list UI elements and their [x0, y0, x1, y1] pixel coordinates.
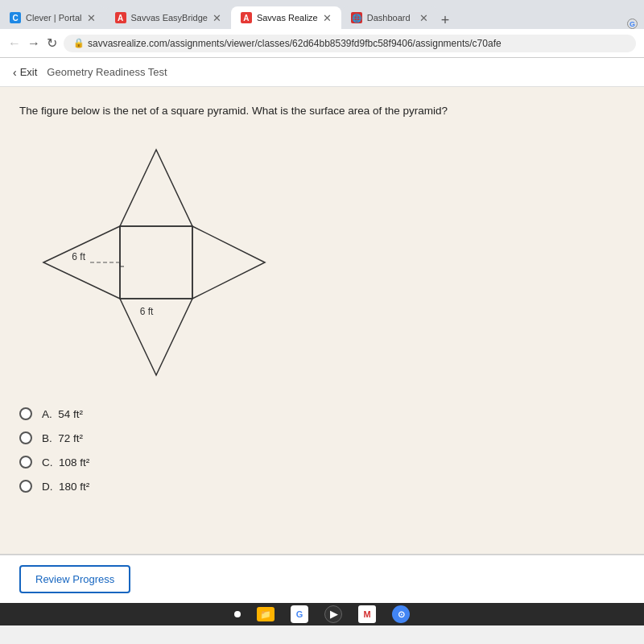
- pyramid-net-figure: 6 ft 6 ft: [27, 134, 277, 391]
- tab-favicon-easy: A: [115, 12, 126, 23]
- answer-option-a[interactable]: A. 54 ft²: [19, 407, 625, 420]
- svg-text:6 ft: 6 ft: [140, 306, 154, 317]
- tab-favicon-clever: C: [10, 12, 21, 23]
- back-button[interactable]: ←: [8, 36, 21, 51]
- svg-marker-3: [43, 226, 120, 299]
- answer-label-c: C. 108 ft²: [42, 456, 89, 469]
- tab-close-clever[interactable]: ✕: [87, 12, 96, 24]
- answer-option-d[interactable]: D. 180 ft²: [19, 480, 625, 493]
- svg-marker-2: [120, 299, 192, 375]
- page-header: ‹ Exit Geometry Readiness Test: [0, 58, 644, 87]
- tab-label-realize: Savvas Realize: [257, 13, 318, 23]
- tab-savvas-easy[interactable]: A Savvas EasyBridge ✕: [105, 6, 231, 29]
- url-text: savvasrealize.com/assignments/viewer/cla…: [88, 38, 502, 49]
- exit-link[interactable]: ‹ Exit: [13, 66, 37, 79]
- url-box[interactable]: 🔒 savvasrealize.com/assignments/viewer/c…: [64, 35, 636, 52]
- tab-close-easy[interactable]: ✕: [213, 12, 221, 24]
- browser-chrome: C Clever | Portal ✕ A Savvas EasyBridge …: [0, 0, 644, 58]
- back-arrow-icon: ‹: [13, 66, 17, 79]
- tab-label-easy: Savvas EasyBridge: [131, 13, 208, 23]
- radio-a[interactable]: [19, 407, 32, 420]
- forward-button[interactable]: →: [27, 36, 40, 51]
- tab-close-realize[interactable]: ✕: [323, 12, 332, 24]
- svg-text:6 ft: 6 ft: [72, 251, 85, 262]
- reload-button[interactable]: ↻: [47, 35, 57, 51]
- answer-label-b: B. 72 ft²: [42, 432, 83, 444]
- tab-bar: C Clever | Portal ✕ A Savvas EasyBridge …: [0, 0, 644, 29]
- tab-dashboard[interactable]: 🌐 Dashboard ✕: [341, 6, 438, 29]
- lock-icon: 🔒: [73, 38, 85, 48]
- tab-label-clever: Clever | Portal: [26, 13, 82, 23]
- question-text: The figure below is the net of a square …: [19, 103, 625, 119]
- taskbar-mail-icon[interactable]: M: [358, 605, 376, 623]
- taskbar-chrome-icon[interactable]: ⊙: [392, 605, 410, 623]
- taskbar-folder-icon[interactable]: 📁: [257, 607, 275, 621]
- page-title: Geometry Readiness Test: [47, 66, 167, 78]
- tab-savvas-realize[interactable]: A Savvas Realize ✕: [231, 6, 341, 29]
- answer-label-d: D. 180 ft²: [42, 481, 89, 493]
- tab-favicon-g[interactable]: G: [627, 19, 638, 29]
- question-area: The figure below is the net of a square …: [0, 87, 644, 554]
- review-progress-button[interactable]: Review Progress: [19, 565, 130, 593]
- taskbar-google-icon[interactable]: G: [291, 605, 308, 623]
- radio-d[interactable]: [19, 480, 32, 493]
- taskbar: 📁 G ▶ M ⊙: [0, 603, 644, 625]
- answer-option-c[interactable]: C. 108 ft²: [19, 456, 625, 469]
- answer-label-a: A. 54 ft²: [42, 408, 83, 420]
- radio-c[interactable]: [19, 456, 32, 469]
- tab-close-dash[interactable]: ✕: [419, 12, 428, 24]
- answers-section: A. 54 ft² B. 72 ft² C. 108 ft² D. 180 ft…: [19, 407, 625, 493]
- taskbar-dot: [234, 611, 241, 617]
- address-bar: ← → ↻ 🔒 savvasrealize.com/assignments/vi…: [0, 29, 644, 58]
- tab-favicon-realize: A: [241, 12, 252, 23]
- radio-b[interactable]: [19, 431, 32, 444]
- figure-container: 6 ft 6 ft: [27, 134, 625, 391]
- svg-rect-0: [120, 226, 192, 299]
- answer-option-b[interactable]: B. 72 ft²: [19, 431, 625, 444]
- taskbar-play-icon[interactable]: ▶: [324, 605, 342, 623]
- exit-label: Exit: [20, 66, 38, 78]
- new-tab-button[interactable]: +: [441, 12, 450, 29]
- svg-marker-1: [120, 150, 192, 226]
- svg-marker-4: [192, 226, 265, 299]
- tab-label-dash: Dashboard: [367, 13, 411, 23]
- tab-clever[interactable]: C Clever | Portal ✕: [0, 6, 105, 29]
- bottom-bar: Review Progress: [0, 555, 644, 603]
- tab-favicon-dash: 🌐: [351, 12, 362, 23]
